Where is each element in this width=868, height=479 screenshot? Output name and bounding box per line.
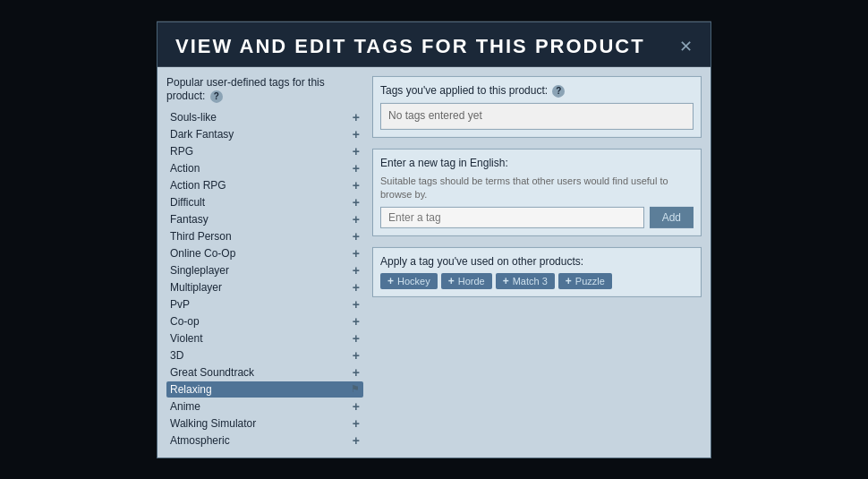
tag-label: Action RPG [170, 179, 226, 192]
other-product-tag[interactable]: Horde [441, 273, 492, 289]
tag-flag-icon: ⚑ [351, 383, 360, 395]
tag-label: Atmospheric [170, 434, 230, 447]
tag-label: 3D [170, 349, 183, 362]
new-tag-input-row: Add [380, 207, 694, 228]
modal-close-button[interactable]: ✕ [679, 38, 693, 54]
new-tag-input[interactable] [380, 207, 644, 228]
tag-label: Third Person [170, 230, 232, 243]
tag-item[interactable]: Singleplayer+ [166, 262, 363, 278]
modal-header: VIEW AND EDIT TAGS FOR THIS PRODUCT ✕ [157, 21, 711, 66]
tag-item[interactable]: Violent+ [166, 330, 363, 346]
tag-label: Anime [170, 400, 200, 413]
tag-label: RPG [170, 145, 193, 158]
tag-label: PvP [170, 298, 190, 311]
modal-title: VIEW AND EDIT TAGS FOR THIS PRODUCT [175, 34, 645, 57]
tag-label: Great Soundtrack [170, 366, 254, 379]
other-products-title: Apply a tag you've used on other product… [380, 255, 694, 268]
tag-label: Walking Simulator [170, 417, 256, 430]
tag-label: Dark Fantasy [170, 128, 234, 141]
popular-tags-title: Popular user-defined tags for this produ… [166, 75, 363, 103]
tag-label: Co-op [170, 315, 200, 328]
tag-item[interactable]: RPG+ [166, 143, 363, 159]
tag-item[interactable]: Third Person+ [166, 228, 363, 244]
tag-item[interactable]: Souls-like+ [166, 109, 363, 125]
other-products-section: Apply a tag you've used on other product… [372, 247, 702, 297]
tag-add-icon: + [353, 264, 360, 277]
tag-add-icon: + [353, 332, 360, 345]
tag-add-icon: + [353, 366, 360, 379]
tag-add-icon: + [353, 315, 360, 328]
tag-item[interactable]: PvP+ [166, 296, 363, 312]
modal-body: Popular user-defined tags for this produ… [157, 66, 711, 457]
tag-add-icon: + [353, 145, 360, 158]
tag-item[interactable]: Anime+ [166, 398, 363, 415]
tag-item[interactable]: Action RPG+ [166, 177, 363, 193]
tag-label: Singleplayer [170, 264, 229, 277]
popular-tags-title-text: Popular user-defined tags for this produ… [166, 75, 325, 102]
tag-add-icon: + [353, 281, 360, 294]
tag-add-icon: + [353, 128, 360, 141]
other-product-tag[interactable]: Hockey [380, 273, 438, 289]
tag-add-icon: + [353, 230, 360, 243]
tag-item[interactable]: Multiplayer+ [166, 279, 363, 295]
applied-tags-placeholder: No tags entered yet [388, 108, 482, 121]
new-tag-subtitle: Suitable tags should be terms that other… [380, 174, 694, 201]
tag-add-icon: + [353, 298, 360, 311]
tag-label: Multiplayer [170, 281, 222, 294]
tag-item[interactable]: 3D+ [166, 347, 363, 364]
tag-label: Online Co-Op [170, 247, 235, 260]
tag-label: Violent [170, 332, 202, 345]
applied-tags-box: No tags entered yet [380, 102, 694, 129]
tag-item[interactable]: Great Soundtrack+ [166, 364, 363, 381]
tag-item[interactable]: Action+ [166, 160, 363, 176]
applied-tags-title: Tags you've applied to this product: ? [380, 83, 694, 97]
tag-add-icon: + [353, 400, 360, 413]
tag-item[interactable]: Walking Simulator+ [166, 415, 363, 432]
tag-editor-modal: VIEW AND EDIT TAGS FOR THIS PRODUCT ✕ Po… [157, 21, 711, 458]
add-tag-button[interactable]: Add [650, 207, 694, 228]
applied-tags-help-icon[interactable]: ? [552, 84, 565, 97]
new-tag-section: Enter a new tag in English: Suitable tag… [372, 148, 702, 236]
tag-item[interactable]: Fantasy+ [166, 211, 363, 227]
popular-tags-list: Souls-like+Dark Fantasy+RPG+Action+Actio… [166, 109, 363, 449]
tag-item[interactable]: Co-op+ [166, 313, 363, 329]
tag-add-icon: + [353, 162, 360, 175]
other-product-tag[interactable]: Puzzle [558, 273, 612, 289]
tag-item[interactable]: Atmospheric+ [166, 432, 363, 449]
tag-item[interactable]: Dark Fantasy+ [166, 126, 363, 142]
tag-label: Difficult [170, 196, 205, 209]
tag-add-icon: + [353, 349, 360, 362]
tag-label: Fantasy [170, 213, 208, 226]
right-column: Tags you've applied to this product: ? N… [372, 75, 702, 448]
tag-item[interactable]: Relaxing⚑ [166, 381, 363, 398]
tag-add-icon: + [353, 196, 360, 209]
tag-item[interactable]: Online Co-Op+ [166, 245, 363, 261]
tag-add-icon: + [353, 247, 360, 260]
tag-add-icon: + [353, 434, 360, 447]
tag-add-icon: + [353, 111, 360, 124]
other-tags-list: HockeyHordeMatch 3Puzzle [380, 273, 694, 289]
tag-label: Souls-like [170, 111, 217, 124]
popular-tags-column: Popular user-defined tags for this produ… [166, 75, 363, 448]
tag-add-icon: + [353, 417, 360, 430]
tag-item[interactable]: Difficult+ [166, 194, 363, 210]
tag-add-icon: + [353, 179, 360, 192]
tag-label: Action [170, 162, 200, 175]
applied-tags-title-text: Tags you've applied to this product: [380, 83, 548, 96]
tag-add-icon: + [353, 213, 360, 226]
other-product-tag[interactable]: Match 3 [496, 273, 555, 289]
new-tag-title: Enter a new tag in English: [380, 156, 694, 168]
tag-label: Relaxing [170, 383, 212, 396]
applied-tags-section: Tags you've applied to this product: ? N… [372, 75, 702, 137]
popular-tags-help-icon[interactable]: ? [210, 90, 223, 103]
